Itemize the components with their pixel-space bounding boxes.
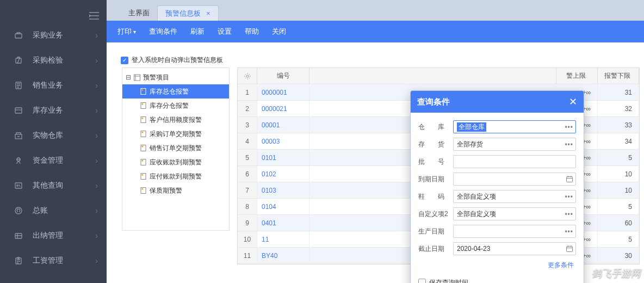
cell-code[interactable]: 0102 <box>257 166 309 182</box>
toolbar-print[interactable]: 打印 <box>117 27 136 36</box>
chevron-right-icon: › <box>95 231 98 240</box>
tree-node-5[interactable]: 应收账款到期预警 <box>122 155 229 169</box>
row-index: 11 <box>238 248 257 263</box>
cell-code[interactable]: 0101 <box>257 150 309 165</box>
picker-icon[interactable]: ••• <box>565 193 573 200</box>
cell-lower: 33 <box>598 117 639 133</box>
tree-node-4[interactable]: 销售订单交期预警 <box>122 141 229 155</box>
cell-code[interactable]: 00003 <box>257 133 309 149</box>
nav-icon <box>13 56 24 65</box>
picker-icon[interactable]: ••• <box>565 140 573 148</box>
col-upper[interactable]: 警上限 <box>556 68 598 84</box>
alert-tree: ⊟ 预警项目 库存总仓报警库存分仓报警客户信用额度报警采购订单交期预警销售订单交… <box>122 67 230 231</box>
sidebar-collapse-button[interactable] <box>89 12 99 20</box>
field-warehouse[interactable]: 仓 库 全部仓库••• <box>418 118 576 136</box>
tree-root[interactable]: ⊟ 预警项目 <box>122 70 229 84</box>
sidebar-item-1[interactable]: 采购检验› <box>0 48 107 73</box>
picker-icon[interactable]: ••• <box>565 123 573 131</box>
field-shoecode[interactable]: 鞋 码 全部自定义项••• <box>418 188 576 205</box>
close-icon[interactable]: × <box>206 9 210 17</box>
field-arrival-date[interactable]: 到期日期 <box>418 170 576 188</box>
field-deadline[interactable]: 截止日期 2020-04-23 <box>418 240 576 257</box>
file-icon <box>140 88 147 95</box>
cell-code[interactable]: 0103 <box>257 182 309 198</box>
svg-rect-28 <box>142 188 144 190</box>
tree-node-3[interactable]: 采购订单交期预警 <box>122 127 229 141</box>
tree-node-0[interactable]: 库存总仓报警 <box>122 84 229 99</box>
field-batch[interactable]: 批 号 <box>418 153 576 170</box>
col-lower[interactable]: 报警下限 <box>598 68 639 84</box>
toolbar-refresh[interactable]: 刷新 <box>190 27 205 36</box>
content: ✓ 登入系统时自动弹出预警信息板 ⊟ 预警项目 库存总仓报警库存分仓报警客户信用… <box>107 42 644 283</box>
gear-icon[interactable] <box>238 68 257 84</box>
nav-label: 采购检验 <box>33 56 95 65</box>
row-index: 3 <box>238 117 257 133</box>
svg-rect-25 <box>141 174 146 180</box>
svg-rect-16 <box>142 103 144 105</box>
cell-code[interactable]: 0104 <box>257 199 309 214</box>
tab-alert-board[interactable]: 预警信息板 × <box>157 5 219 21</box>
row-index: 5 <box>238 150 257 165</box>
cell-code[interactable]: 0401 <box>257 215 309 231</box>
svg-point-7 <box>17 185 18 187</box>
field-custom2[interactable]: 自定义项2 全部自定义项••• <box>418 205 576 223</box>
toolbar-close[interactable]: 关闭 <box>272 27 286 36</box>
sidebar-item-7[interactable]: 总账› <box>0 198 107 223</box>
cell-lower: 10 <box>598 182 639 198</box>
sidebar-item-8[interactable]: 出纳管理› <box>0 223 107 248</box>
row-index: 9 <box>238 215 257 231</box>
sidebar-item-5[interactable]: 资金管理› <box>0 148 107 173</box>
field-production-date[interactable]: 生产日期 ••• <box>418 223 576 240</box>
svg-rect-20 <box>142 132 144 133</box>
calendar-icon[interactable] <box>566 245 573 253</box>
sidebar-item-0[interactable]: 采购业务› <box>0 23 107 48</box>
nav-icon <box>13 181 24 190</box>
sidebar-item-6[interactable]: 其他查询› <box>0 173 107 198</box>
cell-lower: 5 <box>598 231 639 247</box>
sidebar: 采购业务›采购检验›销售业务›库存业务›实物仓库›资金管理›其他查询›总账›出纳… <box>0 0 107 283</box>
sidebar-item-3[interactable]: 库存业务› <box>0 98 107 123</box>
sidebar-item-2[interactable]: 销售业务› <box>0 73 107 98</box>
tab-main[interactable]: 主界面 <box>121 5 157 21</box>
picker-icon[interactable]: ••• <box>565 227 573 235</box>
tree-node-6[interactable]: 应付账款到期预警 <box>122 169 229 183</box>
field-goods[interactable]: 存 货 全部存货••• <box>418 136 576 153</box>
save-query-time-checkbox[interactable]: 保存查询时间 <box>418 275 576 283</box>
cell-code[interactable]: 11 <box>257 231 309 247</box>
tree-node-label: 采购订单交期预警 <box>150 130 202 139</box>
table-head: 编号 警上限 报警下限 <box>238 68 639 84</box>
col-code[interactable]: 编号 <box>257 68 309 84</box>
chevron-right-icon: › <box>95 156 98 165</box>
tree-node-2[interactable]: 客户信用额度报警 <box>122 113 229 127</box>
auto-popup-checkbox-row[interactable]: ✓ 登入系统时自动弹出预警信息板 <box>121 56 223 65</box>
cell-code[interactable]: 0000021 <box>257 101 309 116</box>
picker-icon[interactable]: ••• <box>565 210 573 218</box>
modal-close-icon[interactable]: ✕ <box>569 96 577 108</box>
toolbar-query[interactable]: 查询条件 <box>149 27 177 36</box>
toolbar-help[interactable]: 帮助 <box>245 27 259 36</box>
collapse-toggle-icon[interactable]: ⊟ <box>126 73 131 81</box>
chevron-right-icon: › <box>95 256 98 265</box>
cell-code[interactable]: BY40 <box>257 248 309 263</box>
calendar-icon[interactable] <box>566 175 573 183</box>
checkbox-checked-icon: ✓ <box>121 57 128 64</box>
nav-label: 采购业务 <box>33 30 95 40</box>
cell-code[interactable]: 0000001 <box>257 84 309 100</box>
label-arrival: 到期日期 <box>418 175 453 184</box>
tree-node-7[interactable]: 保质期预警 <box>122 183 229 198</box>
tree-node-1[interactable]: 库存分仓报警 <box>122 99 229 113</box>
folder-icon <box>133 73 141 81</box>
tree-node-label: 保质期预警 <box>150 186 182 195</box>
label-warehouse: 仓 库 <box>418 122 453 132</box>
sidebar-item-4[interactable]: 实物仓库› <box>0 123 107 148</box>
sidebar-item-9[interactable]: 工资管理› <box>0 248 107 273</box>
nav-icon <box>13 206 24 215</box>
cell-code[interactable]: 00001 <box>257 117 309 133</box>
toolbar-settings[interactable]: 设置 <box>218 27 232 36</box>
more-conditions-link[interactable]: 更多条件 <box>548 261 574 269</box>
tree-root-label: 预警项目 <box>143 73 169 82</box>
svg-rect-24 <box>142 160 144 162</box>
nav-label: 其他查询 <box>33 181 95 190</box>
svg-rect-13 <box>141 89 146 95</box>
svg-rect-17 <box>141 117 146 123</box>
